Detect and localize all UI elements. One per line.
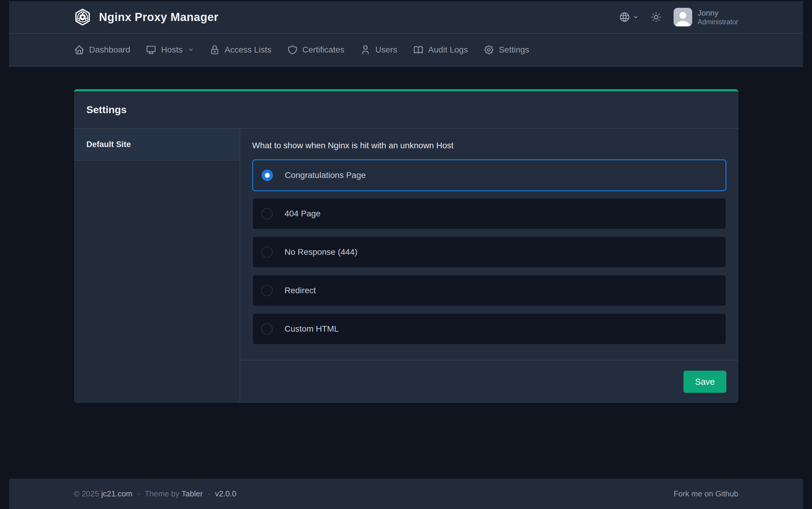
avatar <box>674 8 692 26</box>
chevron-down-icon <box>188 47 194 53</box>
user-menu[interactable]: Jonny Administrator <box>674 8 738 26</box>
lock-icon <box>209 44 220 55</box>
footer: © 2025 jc21.com · Theme by Tabler · v2.0… <box>9 479 803 509</box>
question-label: What to show when Nginx is hit with an u… <box>252 141 726 150</box>
nav-label: Settings <box>499 45 529 55</box>
chevron-down-icon <box>633 14 639 20</box>
shield-icon <box>287 44 298 55</box>
nav-item-users[interactable]: Users <box>360 44 397 55</box>
radio-unselected-icon[interactable] <box>261 285 273 296</box>
page-title: Settings <box>87 104 726 115</box>
nav-item-dashboard[interactable]: Dashboard <box>74 44 130 55</box>
sun-icon <box>650 11 662 23</box>
main-content: Settings Default Site What to show when … <box>74 67 739 479</box>
sidebar-item-default-site[interactable]: Default Site <box>74 129 240 161</box>
settings-content: What to show when Nginx is hit with an u… <box>240 129 739 403</box>
brand[interactable]: Nginx Proxy Manager <box>74 8 219 26</box>
monitor-icon <box>145 44 157 55</box>
nav-item-hosts[interactable]: Hosts <box>145 44 194 55</box>
nav-label: Access Lists <box>225 45 271 55</box>
nav-label: Audit Logs <box>428 45 468 55</box>
version-text: v2.0.0 <box>215 489 236 499</box>
jc21-link[interactable]: jc21.com <box>101 489 132 499</box>
book-icon <box>413 44 424 55</box>
option-label: No Response (444) <box>285 247 358 257</box>
nav-item-certificates[interactable]: Certificates <box>287 44 345 55</box>
option-custom-html[interactable]: Custom HTML <box>252 313 726 345</box>
tabler-link[interactable]: Tabler <box>182 489 203 499</box>
fork-github-link[interactable]: Fork me on Github <box>674 489 738 499</box>
language-selector[interactable] <box>619 11 639 23</box>
option-label: 404 Page <box>285 209 321 218</box>
nav-label: Hosts <box>161 45 183 55</box>
radio-selected-icon[interactable] <box>262 170 273 181</box>
separator: · <box>207 489 210 499</box>
user-icon <box>360 44 371 55</box>
nav-item-access-lists[interactable]: Access Lists <box>209 44 271 55</box>
option-404-page[interactable]: 404 Page <box>252 198 726 230</box>
card-header: Settings <box>74 91 739 129</box>
home-icon <box>74 44 85 55</box>
option-label: Congratulations Page <box>285 170 366 180</box>
app-title: Nginx Proxy Manager <box>99 11 219 24</box>
option-congratulations-page[interactable]: Congratulations Page <box>252 159 726 191</box>
theme-by-text: Theme by <box>145 489 180 499</box>
theme-toggle-button[interactable] <box>650 11 662 23</box>
save-button[interactable]: Save <box>683 371 726 393</box>
option-no-response[interactable]: No Response (444) <box>252 236 726 268</box>
separator: · <box>137 489 140 499</box>
radio-unselected-icon[interactable] <box>261 323 273 335</box>
copyright-text: © 2025 <box>74 489 99 499</box>
option-label: Redirect <box>285 286 316 295</box>
app-logo-icon <box>74 8 91 26</box>
nav-item-settings[interactable]: Settings <box>484 44 529 55</box>
user-role: Administrator <box>697 18 738 26</box>
header: Nginx Proxy Manager <box>9 1 803 67</box>
settings-card: Settings Default Site What to show when … <box>74 89 739 403</box>
user-name: Jonny <box>697 8 738 18</box>
nav-item-audit-logs[interactable]: Audit Logs <box>413 44 468 55</box>
option-label: Custom HTML <box>285 324 339 334</box>
radio-unselected-icon[interactable] <box>261 246 273 258</box>
radio-unselected-icon[interactable] <box>261 208 273 219</box>
globe-icon <box>619 11 630 23</box>
nav-label: Dashboard <box>89 45 130 55</box>
settings-sidebar: Default Site <box>74 129 240 403</box>
option-redirect[interactable]: Redirect <box>252 275 726 306</box>
card-footer: Save <box>240 360 739 403</box>
nav-label: Certificates <box>302 45 345 55</box>
nav-label: Users <box>376 45 397 55</box>
main-nav: Dashboard Hosts Access Lists <box>9 34 803 67</box>
gear-icon <box>484 44 494 55</box>
